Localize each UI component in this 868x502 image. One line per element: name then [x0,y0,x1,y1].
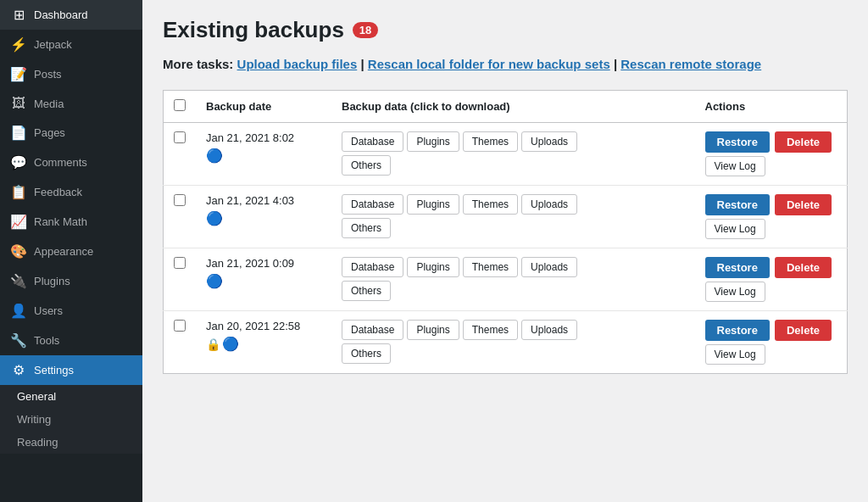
restore-button[interactable]: Restore [705,257,770,278]
btn-others[interactable]: Others [342,343,391,364]
sidebar-sub-item-writing[interactable]: Writing [0,408,142,431]
media-icon: 🖼 [10,96,27,111]
btn-plugins[interactable]: Plugins [407,131,459,152]
btn-plugins[interactable]: Plugins [407,194,459,215]
btn-database[interactable]: Database [342,257,403,277]
delete-button[interactable]: Delete [775,257,832,278]
btn-themes[interactable]: Themes [463,320,518,340]
row-data-cell: DatabasePluginsThemesUploadsOthers [331,122,695,185]
sidebar-item-jetpack[interactable]: ⚡Jetpack [0,30,142,59]
row-checkbox-1[interactable] [174,194,186,206]
drive-icon: 🔵 [222,337,239,351]
upload-backup-link[interactable]: Upload backup files [237,57,358,71]
plugins-icon: 🔌 [10,273,27,289]
btn-others[interactable]: Others [342,155,391,176]
restore-button[interactable]: Restore [705,131,770,153]
sidebar-sub-item-general[interactable]: General [0,385,142,408]
sidebar-item-feedback[interactable]: 📋Feedback [0,177,142,207]
btn-others[interactable]: Others [342,218,391,238]
row-date-cell: Jan 20, 2021 22:58🔒🔵 [196,310,331,373]
btn-uploads[interactable]: Uploads [521,131,577,152]
sidebar-item-settings[interactable]: ⚙Settings [0,355,142,385]
delete-button[interactable]: Delete [775,320,832,341]
backup-count-badge: 18 [353,22,378,38]
viewlog-button[interactable]: View Log [705,282,765,302]
separator-2: | [614,57,617,71]
header-checkbox-cell [164,90,197,122]
sidebar-item-dashboard[interactable]: ⊞Dashboard [0,0,142,30]
appearance-icon: 🎨 [10,243,27,259]
sidebar-label-dashboard: Dashboard [34,8,88,21]
restore-button[interactable]: Restore [705,320,770,341]
sidebar-label-plugins: Plugins [34,275,70,287]
row-checkbox-cell [164,122,197,185]
main-content: Existing backups 18 More tasks: Upload b… [142,0,868,502]
btn-themes[interactable]: Themes [463,131,518,152]
btn-database[interactable]: Database [342,194,403,215]
sidebar-label-feedback: Feedback [34,186,82,198]
sidebar-item-comments[interactable]: 💬Comments [0,148,142,177]
sidebar-label-users: Users [34,304,63,317]
row-checkbox-cell [164,310,197,373]
row-icons: 🔵 [206,210,321,226]
jetpack-icon: ⚡ [10,36,27,53]
row-date: Jan 20, 2021 22:58 [206,320,321,332]
row-icons: 🔵 [206,148,321,164]
row-checkbox-3[interactable] [174,320,186,332]
sidebar-item-pages[interactable]: 📄Pages [0,118,142,148]
select-all-checkbox[interactable] [174,99,186,111]
row-date: Jan 21, 2021 0:09 [206,257,321,270]
sidebar-label-pages: Pages [34,126,65,139]
row-date-cell: Jan 21, 2021 8:02🔵 [196,122,331,185]
row-data-cell: DatabasePluginsThemesUploadsOthers [331,310,695,373]
viewlog-button[interactable]: View Log [705,344,765,365]
posts-icon: 📝 [10,66,27,82]
sidebar-label-appearance: Appearance [34,245,93,258]
sidebar-item-tools[interactable]: 🔧Tools [0,326,142,355]
row-checkbox-cell [164,185,197,248]
sidebar-item-posts[interactable]: 📝Posts [0,59,142,89]
btn-database[interactable]: Database [342,320,403,340]
rescan-local-link[interactable]: Rescan local folder for new backup sets [368,57,610,71]
viewlog-button[interactable]: View Log [705,219,765,239]
more-tasks-label: More tasks: [163,57,233,71]
settings-icon: ⚙ [10,362,27,378]
delete-button[interactable]: Delete [775,194,832,215]
sidebar-item-rankmath[interactable]: 📈Rank Math [0,207,142,237]
sidebar-item-appearance[interactable]: 🎨Appearance [0,237,142,266]
btn-database[interactable]: Database [342,131,403,152]
rescan-remote-link[interactable]: Rescan remote storage [620,57,761,71]
header-backup-date: Backup date [196,90,331,122]
sidebar-item-users[interactable]: 👤Users [0,296,142,326]
btn-themes[interactable]: Themes [463,194,518,215]
btn-themes[interactable]: Themes [463,257,518,277]
btn-plugins[interactable]: Plugins [407,257,459,277]
sidebar-label-media: Media [34,98,64,110]
dashboard-icon: ⊞ [10,7,27,23]
sidebar-sub-item-reading[interactable]: Reading [0,431,142,454]
btn-plugins[interactable]: Plugins [407,320,459,340]
table-row: Jan 21, 2021 0:09🔵DatabasePluginsThemesU… [164,248,848,310]
viewlog-button[interactable]: View Log [705,156,765,176]
row-checkbox-0[interactable] [174,131,186,143]
row-action-cell: Restore Delete View Log [695,122,848,185]
btn-uploads[interactable]: Uploads [521,320,577,340]
delete-button[interactable]: Delete [775,131,832,153]
table-row: Jan 20, 2021 22:58🔒🔵DatabasePluginsTheme… [164,310,848,373]
row-data-cell: DatabasePluginsThemesUploadsOthers [331,248,695,310]
btn-uploads[interactable]: Uploads [521,194,577,215]
sub-label-general: General [17,390,56,403]
separator-1: | [360,57,364,71]
sidebar-item-media[interactable]: 🖼Media [0,89,142,118]
sidebar-label-posts: Posts [34,68,62,81]
page-title-section: Existing backups 18 [163,17,848,43]
btn-others[interactable]: Others [342,281,391,301]
row-action-cell: Restore Delete View Log [695,185,848,248]
sidebar-item-plugins[interactable]: 🔌Plugins [0,266,142,296]
restore-button[interactable]: Restore [705,194,770,215]
row-icons: 🔒🔵 [206,336,321,352]
btn-uploads[interactable]: Uploads [521,257,577,277]
backups-table: Backup date Backup data (click to downlo… [163,90,848,374]
row-checkbox-2[interactable] [174,257,186,269]
lock-icon: 🔒 [206,337,220,351]
